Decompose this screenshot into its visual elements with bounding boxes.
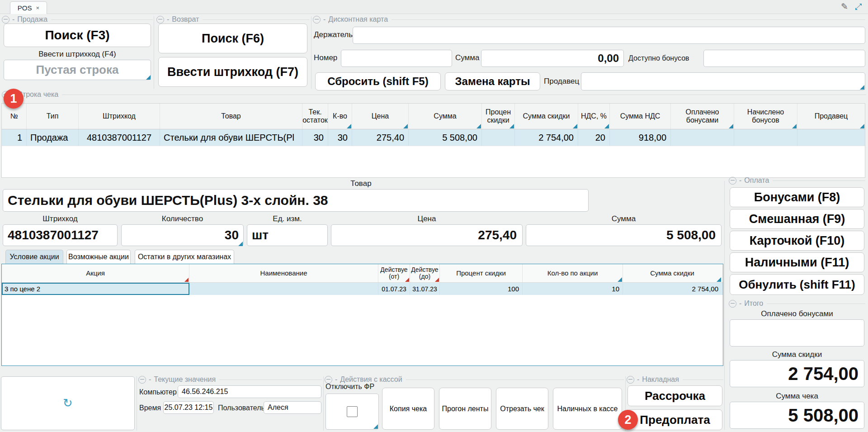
expand-icon[interactable]: [854, 2, 863, 11]
seller-field[interactable]: [581, 72, 865, 90]
cell-product: Стельки для обуви ШЕРСТЬ(Pl: [160, 129, 302, 146]
collapse-icon[interactable]: [138, 376, 146, 384]
sort-icon: [184, 278, 189, 282]
cell-vat-sum: 918,00: [610, 129, 671, 146]
pay-cash-button[interactable]: Наличными (F11): [730, 252, 864, 272]
cash-in-register-button[interactable]: Наличных в кассе: [553, 388, 622, 430]
installment-button[interactable]: Рассрочка: [627, 385, 722, 406]
collapse-icon[interactable]: [156, 16, 164, 24]
col-product[interactable]: Товар: [160, 104, 302, 129]
product-barcode-field[interactable]: 4810387001127: [3, 224, 118, 246]
col-promo-qty[interactable]: Кол-во по акции: [523, 264, 623, 282]
refresh-panel[interactable]: ↻: [1, 376, 135, 430]
cut-receipt-button[interactable]: Отрезать чек: [496, 388, 548, 430]
step-badge-1: 1: [4, 89, 24, 109]
total-discount-field[interactable]: 2 754,00: [730, 360, 864, 387]
col-promo-discount-sum[interactable]: Сумма скидки: [623, 264, 722, 282]
refund-barcode-button[interactable]: Ввести штрихкод (F7): [158, 57, 307, 87]
col-qty[interactable]: К-во: [328, 104, 352, 129]
col-sum[interactable]: Сумма: [409, 104, 482, 129]
cell-promo[interactable]: 3 по цене 2: [2, 283, 189, 295]
resize-grip-icon: [860, 85, 864, 90]
pay-bonus-button[interactable]: Бонусами (F8): [730, 187, 864, 207]
col-vat-pct[interactable]: НДС, %: [578, 104, 610, 129]
resize-grip-icon: [238, 242, 243, 246]
col-vat-sum[interactable]: Сумма НДС: [610, 104, 671, 129]
disable-fr-checkbox[interactable]: [347, 406, 358, 417]
user-field[interactable]: Алеся: [264, 401, 321, 414]
receipt-sum-field[interactable]: 5 508,00: [730, 402, 864, 429]
product-price-field[interactable]: 275,40: [331, 224, 523, 246]
col-type[interactable]: Тип: [27, 104, 79, 129]
col-paid-bonus[interactable]: Оплачено бонусами: [671, 104, 734, 129]
receipt-copy-button[interactable]: Копия чека: [382, 388, 434, 430]
collapse-icon[interactable]: [729, 300, 736, 308]
divider: [154, 16, 154, 89]
holder-field[interactable]: [353, 27, 865, 44]
dash: -: [149, 375, 151, 384]
product-sum-field[interactable]: 5 508,00: [526, 224, 722, 246]
tape-run-button[interactable]: Прогон ленты: [439, 388, 491, 430]
tab-other-stores-stock[interactable]: Остатки в других магазинах: [135, 250, 234, 264]
product-qty-field[interactable]: 30: [121, 224, 244, 246]
cell-qty: 30: [328, 129, 352, 146]
tab-possible-promos[interactable]: Возможные акции: [66, 250, 131, 264]
refund-search-button[interactable]: Поиск (F6): [158, 24, 307, 53]
col-valid-to[interactable]: Действуе (до): [410, 264, 440, 282]
col-valid-from[interactable]: Действуе (от): [378, 264, 410, 282]
amount-field[interactable]: 0,00: [481, 50, 624, 67]
col-barcode[interactable]: Штрихкод: [79, 104, 160, 129]
col-name[interactable]: Наименование: [189, 264, 378, 282]
col-discount-pct[interactable]: Процен скидки: [482, 104, 515, 129]
sale-search-button[interactable]: Поиск (F3): [4, 24, 151, 47]
close-icon[interactable]: ×: [36, 5, 40, 11]
promo-row[interactable]: 3 по цене 2 01.07.23 31.07.23 100 10 2 7…: [2, 283, 723, 295]
prepayment-button[interactable]: Предоплата: [627, 409, 722, 430]
refresh-icon[interactable]: ↻: [63, 396, 73, 410]
discount-card-group: - Дисконтная карта Держатель Номер Сумма…: [313, 15, 865, 90]
col-discount-percent[interactable]: Процент скидки: [440, 264, 523, 282]
dash: -: [739, 176, 741, 185]
collapse-icon[interactable]: [729, 177, 736, 185]
sale-barcode-input[interactable]: [4, 60, 151, 80]
tab-pos-label: POS: [18, 4, 32, 12]
pay-card-button[interactable]: Карточкой (F10): [730, 231, 864, 251]
col-price[interactable]: Цена: [352, 104, 409, 129]
col-seller[interactable]: Продавец: [797, 104, 865, 129]
sort-icon: [435, 278, 439, 282]
cell-name: [189, 283, 378, 295]
current-values-group-header: - Текущие значения: [138, 375, 322, 384]
collapse-icon[interactable]: [325, 376, 332, 384]
reset-payment-button[interactable]: Обнулить (shift F11): [730, 274, 864, 295]
paid-bonus-field[interactable]: [730, 319, 864, 347]
computer-field[interactable]: 46.56.246.215: [178, 385, 321, 398]
discount-card-group-title: Дисконтная карта: [328, 15, 388, 24]
product-unit-field[interactable]: шт: [247, 224, 328, 246]
divider: [137, 376, 137, 431]
receipt-row[interactable]: 1 Продажа 4810387001127 Стельки для обув…: [2, 129, 865, 146]
collapse-icon[interactable]: [627, 376, 634, 384]
tab-promo-conditions[interactable]: Условие акции: [5, 250, 63, 264]
reset-card-button[interactable]: Сбросить (shift F5): [315, 72, 441, 90]
col-discount-sum[interactable]: Сумма скидки: [515, 104, 578, 129]
product-name-field[interactable]: Стельки для обуви ШЕРСТЬ(Plus) 3-х слойн…: [3, 189, 589, 212]
available-bonus-field[interactable]: [703, 50, 865, 67]
cell-price: 275,40: [352, 129, 409, 146]
collapse-icon[interactable]: [2, 16, 9, 24]
edit-icon[interactable]: ✎: [841, 1, 848, 12]
sort-icon: [405, 278, 409, 282]
sale-barcode-label: Ввести штрихкод (F4): [2, 50, 153, 59]
pay-mixed-button[interactable]: Смешанная (F9): [730, 209, 864, 229]
tab-pos[interactable]: POS ×: [10, 1, 47, 14]
divider: [323, 376, 324, 431]
col-promo[interactable]: Акция: [2, 264, 189, 282]
number-field[interactable]: [341, 50, 452, 67]
col-stock[interactable]: Тек. остаток: [302, 104, 328, 129]
col-accrued-bonus[interactable]: Начислено бонусов: [734, 104, 797, 129]
time-field[interactable]: 25.07.23 12:15: [163, 401, 214, 414]
sale-group-title: Продажа: [17, 15, 47, 24]
sort-icon: [573, 124, 577, 128]
sale-group-header: - Продажа: [2, 15, 153, 24]
collapse-icon[interactable]: [313, 16, 321, 24]
replace-card-button[interactable]: Замена карты: [445, 72, 540, 90]
